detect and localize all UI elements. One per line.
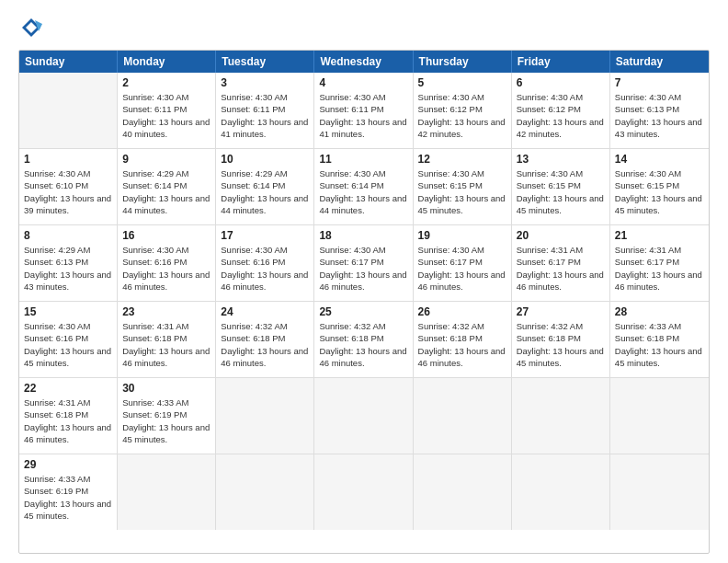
- calendar-cell: [610, 378, 709, 454]
- calendar-cell: 19Sunrise: 4:30 AMSunset: 6:17 PMDayligh…: [414, 225, 512, 301]
- calendar-cell: 24Sunrise: 4:32 AMSunset: 6:18 PMDayligh…: [216, 302, 314, 377]
- calendar-header-cell: Saturday: [610, 51, 709, 73]
- day-info: Sunrise: 4:29 AMSunset: 6:13 PMDaylight:…: [24, 244, 112, 293]
- day-info: Sunrise: 4:33 AMSunset: 6:18 PMDaylight:…: [615, 320, 704, 369]
- calendar-cell: 13Sunrise: 4:30 AMSunset: 6:15 PMDayligh…: [512, 149, 610, 224]
- day-info: Sunrise: 4:33 AMSunset: 6:19 PMDaylight:…: [24, 473, 112, 522]
- calendar-cell: 1Sunrise: 4:30 AMSunset: 6:10 PMDaylight…: [19, 149, 118, 224]
- calendar-cell: 11Sunrise: 4:30 AMSunset: 6:14 PMDayligh…: [314, 149, 413, 224]
- calendar-cell: [314, 378, 413, 454]
- day-number: 30: [122, 382, 210, 395]
- calendar-cell: 22Sunrise: 4:31 AMSunset: 6:18 PMDayligh…: [19, 378, 118, 454]
- calendar-cell: 29Sunrise: 4:33 AMSunset: 6:19 PMDayligh…: [19, 454, 118, 530]
- day-info: Sunrise: 4:31 AMSunset: 6:18 PMDaylight:…: [24, 396, 112, 445]
- calendar-cell: [512, 378, 610, 454]
- day-number: 4: [319, 76, 407, 89]
- day-info: Sunrise: 4:30 AMSunset: 6:11 PMDaylight:…: [221, 91, 309, 140]
- day-number: 19: [418, 229, 506, 242]
- calendar-cell: 8Sunrise: 4:29 AMSunset: 6:13 PMDaylight…: [19, 225, 118, 301]
- calendar-cell: 30Sunrise: 4:33 AMSunset: 6:19 PMDayligh…: [118, 378, 216, 454]
- calendar-cell: [414, 378, 512, 454]
- day-number: 24: [221, 305, 309, 318]
- calendar-week-row: 22Sunrise: 4:31 AMSunset: 6:18 PMDayligh…: [19, 378, 709, 454]
- calendar-cell: 9Sunrise: 4:29 AMSunset: 6:14 PMDaylight…: [118, 149, 216, 224]
- day-number: 8: [24, 229, 112, 242]
- calendar-cell: 5Sunrise: 4:30 AMSunset: 6:12 PMDaylight…: [414, 73, 512, 148]
- page: SundayMondayTuesdayWednesdayThursdayFrid…: [0, 0, 728, 563]
- day-info: Sunrise: 4:32 AMSunset: 6:18 PMDaylight:…: [517, 320, 605, 369]
- day-info: Sunrise: 4:30 AMSunset: 6:16 PMDaylight:…: [24, 320, 112, 369]
- logo: [18, 15, 48, 40]
- calendar-cell: 15Sunrise: 4:30 AMSunset: 6:16 PMDayligh…: [19, 302, 118, 377]
- calendar-cell: [216, 378, 314, 454]
- day-info: Sunrise: 4:30 AMSunset: 6:13 PMDaylight:…: [615, 91, 704, 140]
- calendar-cell: [19, 73, 118, 148]
- calendar-cell: 18Sunrise: 4:30 AMSunset: 6:17 PMDayligh…: [314, 225, 413, 301]
- day-info: Sunrise: 4:30 AMSunset: 6:15 PMDaylight:…: [615, 167, 704, 216]
- calendar-cell: 26Sunrise: 4:32 AMSunset: 6:18 PMDayligh…: [414, 302, 512, 377]
- calendar-header-cell: Sunday: [19, 51, 118, 73]
- calendar-cell: 17Sunrise: 4:30 AMSunset: 6:16 PMDayligh…: [216, 225, 314, 301]
- day-number: 15: [24, 305, 112, 318]
- calendar-week-row: 2Sunrise: 4:30 AMSunset: 6:11 PMDaylight…: [19, 73, 709, 149]
- day-number: 22: [24, 382, 112, 395]
- day-info: Sunrise: 4:31 AMSunset: 6:17 PMDaylight:…: [615, 244, 704, 293]
- day-info: Sunrise: 4:30 AMSunset: 6:11 PMDaylight:…: [122, 91, 210, 140]
- day-number: 17: [221, 229, 309, 242]
- day-info: Sunrise: 4:29 AMSunset: 6:14 PMDaylight:…: [221, 167, 309, 216]
- day-number: 21: [615, 229, 704, 242]
- day-info: Sunrise: 4:30 AMSunset: 6:15 PMDaylight:…: [517, 167, 605, 216]
- day-info: Sunrise: 4:30 AMSunset: 6:14 PMDaylight:…: [319, 167, 407, 216]
- day-number: 16: [122, 229, 210, 242]
- header: [18, 15, 710, 40]
- day-info: Sunrise: 4:31 AMSunset: 6:18 PMDaylight:…: [122, 320, 210, 369]
- calendar-cell: 21Sunrise: 4:31 AMSunset: 6:17 PMDayligh…: [610, 225, 709, 301]
- day-info: Sunrise: 4:30 AMSunset: 6:15 PMDaylight:…: [418, 167, 506, 216]
- day-info: Sunrise: 4:30 AMSunset: 6:12 PMDaylight:…: [517, 91, 605, 140]
- day-number: 18: [319, 229, 407, 242]
- calendar-header-row: SundayMondayTuesdayWednesdayThursdayFrid…: [19, 51, 709, 73]
- calendar-cell: 10Sunrise: 4:29 AMSunset: 6:14 PMDayligh…: [216, 149, 314, 224]
- calendar-week-row: 1Sunrise: 4:30 AMSunset: 6:10 PMDaylight…: [19, 149, 709, 225]
- day-number: 9: [122, 153, 210, 166]
- calendar-cell: 25Sunrise: 4:32 AMSunset: 6:18 PMDayligh…: [314, 302, 413, 377]
- day-info: Sunrise: 4:32 AMSunset: 6:18 PMDaylight:…: [221, 320, 309, 369]
- calendar-cell: 28Sunrise: 4:33 AMSunset: 6:18 PMDayligh…: [610, 302, 709, 377]
- day-info: Sunrise: 4:30 AMSunset: 6:11 PMDaylight:…: [319, 91, 407, 140]
- calendar-week-row: 15Sunrise: 4:30 AMSunset: 6:16 PMDayligh…: [19, 302, 709, 378]
- calendar-header-cell: Wednesday: [314, 51, 413, 73]
- calendar-cell: 3Sunrise: 4:30 AMSunset: 6:11 PMDaylight…: [216, 73, 314, 148]
- calendar-cell: 6Sunrise: 4:30 AMSunset: 6:12 PMDaylight…: [512, 73, 610, 148]
- day-info: Sunrise: 4:30 AMSunset: 6:16 PMDaylight:…: [122, 244, 210, 293]
- calendar-cell: 14Sunrise: 4:30 AMSunset: 6:15 PMDayligh…: [610, 149, 709, 224]
- day-number: 28: [615, 305, 704, 318]
- calendar-cell: 7Sunrise: 4:30 AMSunset: 6:13 PMDaylight…: [610, 73, 709, 148]
- day-number: 27: [517, 305, 605, 318]
- calendar-header-cell: Friday: [512, 51, 610, 73]
- day-number: 2: [122, 76, 210, 89]
- day-number: 13: [517, 153, 605, 166]
- day-number: 14: [615, 153, 704, 166]
- day-number: 23: [122, 305, 210, 318]
- calendar-cell: 27Sunrise: 4:32 AMSunset: 6:18 PMDayligh…: [512, 302, 610, 377]
- calendar-cell: 12Sunrise: 4:30 AMSunset: 6:15 PMDayligh…: [414, 149, 512, 224]
- day-number: 11: [319, 153, 407, 166]
- day-info: Sunrise: 4:29 AMSunset: 6:14 PMDaylight:…: [122, 167, 210, 216]
- day-number: 7: [615, 76, 704, 89]
- day-info: Sunrise: 4:30 AMSunset: 6:16 PMDaylight:…: [221, 244, 309, 293]
- day-number: 3: [221, 76, 309, 89]
- calendar: SundayMondayTuesdayWednesdayThursdayFrid…: [18, 50, 710, 554]
- calendar-cell: 20Sunrise: 4:31 AMSunset: 6:17 PMDayligh…: [512, 225, 610, 301]
- day-number: 26: [418, 305, 506, 318]
- calendar-body: 2Sunrise: 4:30 AMSunset: 6:11 PMDaylight…: [19, 73, 709, 530]
- calendar-cell: [118, 454, 216, 530]
- calendar-week-row: 8Sunrise: 4:29 AMSunset: 6:13 PMDaylight…: [19, 225, 709, 302]
- day-number: 6: [517, 76, 605, 89]
- day-info: Sunrise: 4:33 AMSunset: 6:19 PMDaylight:…: [122, 396, 210, 445]
- day-info: Sunrise: 4:30 AMSunset: 6:17 PMDaylight:…: [418, 244, 506, 293]
- calendar-cell: 23Sunrise: 4:31 AMSunset: 6:18 PMDayligh…: [118, 302, 216, 377]
- day-number: 29: [24, 458, 112, 471]
- calendar-cell: [512, 454, 610, 530]
- calendar-cell: 4Sunrise: 4:30 AMSunset: 6:11 PMDaylight…: [314, 73, 413, 148]
- day-info: Sunrise: 4:30 AMSunset: 6:12 PMDaylight:…: [418, 91, 506, 140]
